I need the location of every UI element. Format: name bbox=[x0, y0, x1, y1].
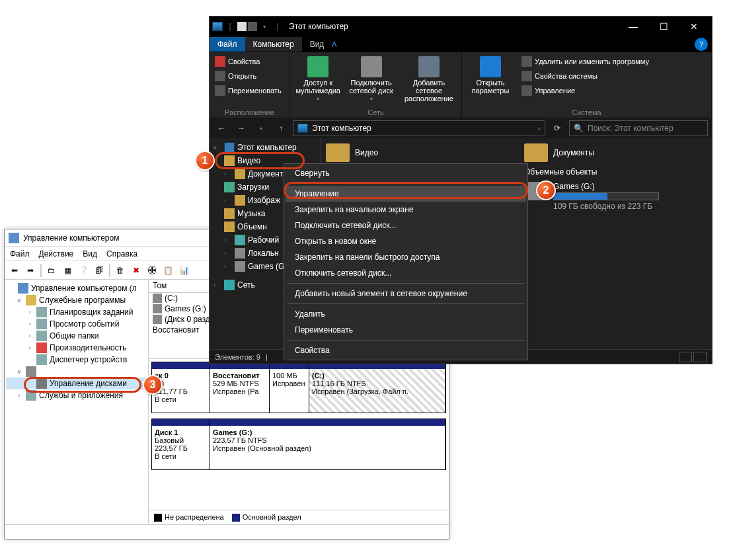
mmc-menu-file[interactable]: Файл bbox=[10, 249, 30, 259]
partition[interactable]: Games (G:)223,57 ГБ NTFSИсправен (Основн… bbox=[210, 419, 445, 469]
monitor-icon bbox=[212, 22, 223, 31]
nav-history[interactable]: ▾ bbox=[253, 120, 269, 136]
tool-fwd[interactable]: ➡ bbox=[23, 263, 38, 278]
tab-file[interactable]: Файл bbox=[210, 37, 245, 52]
view-tiles-button[interactable] bbox=[693, 352, 707, 362]
disk-row-1: Диск 1 Базовый 223,57 ГБ В сети Games (G… bbox=[151, 419, 446, 470]
breadcrumb[interactable]: Этот компьютер bbox=[312, 124, 371, 133]
tab-computer[interactable]: Компьютер bbox=[245, 37, 302, 52]
mmc-menu-action[interactable]: Действие bbox=[39, 249, 74, 259]
folder-video[interactable]: Видео bbox=[326, 143, 508, 162]
disk-label-1[interactable]: Диск 1 Базовый 223,57 ГБ В сети bbox=[152, 419, 210, 469]
ctx-pin-start[interactable]: Закрепить на начальном экране bbox=[286, 202, 526, 218]
ctx-add-network[interactable]: Добавить новый элемент в сетевое окружен… bbox=[286, 286, 526, 301]
ribbon: Свойства Открыть Переименовать Расположе… bbox=[210, 52, 712, 118]
tree-root[interactable]: Управление компьютером (л bbox=[31, 284, 137, 293]
ctx-delete[interactable]: Удалить bbox=[286, 306, 526, 322]
search-icon: 🔍 bbox=[574, 124, 584, 133]
tree-perf[interactable]: Производительность bbox=[50, 343, 126, 352]
ribbon-sysprops[interactable]: Свойства системы bbox=[519, 69, 652, 83]
ribbon-media-access[interactable]: Доступ к мультимедиа▾ bbox=[293, 55, 343, 103]
close-button[interactable]: ✕ bbox=[679, 17, 709, 36]
mmc-menu-view[interactable]: Вид bbox=[83, 249, 97, 259]
tool-sep bbox=[40, 264, 42, 277]
tree-devmgr[interactable]: Диспетчер устройств bbox=[50, 355, 127, 364]
mmc-statusbar bbox=[5, 524, 449, 539]
search-box[interactable]: 🔍 Поиск: Этот компьютер bbox=[569, 120, 708, 136]
ctx-properties[interactable]: Свойства bbox=[286, 342, 526, 358]
tool-a[interactable]: 🗀 bbox=[44, 263, 59, 278]
minimize-button[interactable]: — bbox=[618, 17, 648, 36]
tree-this-pc[interactable]: vЭтот компьютер bbox=[210, 141, 320, 154]
nav-up[interactable]: ↑ bbox=[273, 120, 289, 136]
folder-documents[interactable]: Документы bbox=[524, 143, 707, 162]
ctx-map-drive[interactable]: Подключить сетевой диск... bbox=[286, 218, 526, 233]
mmc-menu-help[interactable]: Справка bbox=[106, 249, 137, 259]
tool-sep bbox=[109, 264, 110, 277]
qat-icon[interactable] bbox=[248, 22, 257, 31]
window-title: Этот компьютер bbox=[289, 22, 348, 31]
ribbon-map-drive[interactable]: Подключить сетевой диск▾ bbox=[346, 55, 396, 103]
ribbon-rename[interactable]: Переименовать bbox=[212, 84, 284, 97]
refresh-button[interactable]: ⟳ bbox=[549, 120, 565, 136]
mmc-title-text: Управление компьютером bbox=[23, 233, 119, 243]
ribbon-group-location: Расположение bbox=[210, 107, 289, 118]
ribbon-manage[interactable]: Управление bbox=[519, 84, 652, 97]
ribbon-open[interactable]: Открыть bbox=[212, 69, 284, 83]
tab-view[interactable]: Вид bbox=[302, 37, 332, 52]
tool-c[interactable]: ❔ bbox=[76, 263, 91, 278]
mmc-tree[interactable]: Управление компьютером (л vСлужебные про… bbox=[5, 280, 149, 524]
ribbon-uninstall[interactable]: Удалить или изменить программу bbox=[519, 55, 652, 68]
collapse-ribbon-icon[interactable]: ᐱ bbox=[332, 40, 337, 49]
tool-b[interactable]: ▦ bbox=[60, 263, 75, 278]
maximize-button[interactable]: ☐ bbox=[648, 17, 679, 36]
tool-e[interactable]: 🗑 bbox=[113, 263, 128, 278]
tool-h[interactable]: 📋 bbox=[161, 263, 175, 278]
qat-icon[interactable] bbox=[237, 22, 247, 31]
partition[interactable]: 100 МБИсправен bbox=[270, 362, 309, 413]
nav-back[interactable]: ← bbox=[213, 120, 229, 136]
view-details-button[interactable] bbox=[679, 352, 692, 362]
tool-g[interactable]: 🕀 bbox=[145, 263, 159, 278]
status-sep: | bbox=[266, 353, 268, 361]
navbar: ← → ▾ ↑ Этот компьютер v ⟳ 🔍 Поиск: Этот… bbox=[210, 118, 712, 138]
tool-d[interactable]: 🗐 bbox=[92, 263, 106, 278]
partition[interactable]: Восстановит529 МБ NTFSИсправен (Ра bbox=[210, 362, 270, 413]
context-menu: Свернуть Управление Закрепить на начальн… bbox=[284, 163, 528, 360]
qat-dropdown-icon[interactable]: ▾ bbox=[258, 20, 270, 32]
tree-scheduler[interactable]: Планировщик заданий bbox=[50, 307, 133, 317]
tool-f[interactable]: ✖ bbox=[129, 263, 143, 278]
ribbon-properties[interactable]: Свойства bbox=[212, 55, 284, 68]
tree-shared[interactable]: Общие папки bbox=[50, 331, 98, 340]
tree-services[interactable]: Службы и приложения bbox=[39, 391, 123, 400]
ribbon-add-network[interactable]: Добавить сетевое расположение bbox=[399, 55, 459, 104]
status-count: Элементов: 9 bbox=[215, 353, 260, 361]
annotation-badge-2: 2 bbox=[536, 180, 556, 200]
ribbon-open-settings[interactable]: Открыть параметры bbox=[465, 55, 516, 96]
drive-usage-bar bbox=[553, 192, 659, 200]
disk-row-0: ск 0 ый 111,77 ГБ В сети Восстановит529 … bbox=[151, 362, 446, 413]
explorer-titlebar[interactable]: | ▾ | Этот компьютер — ☐ ✕ bbox=[210, 17, 712, 36]
ribbon-group-network: Сеть bbox=[290, 107, 461, 118]
ctx-collapse[interactable]: Свернуть bbox=[286, 165, 526, 181]
ctx-manage[interactable]: Управление bbox=[286, 186, 526, 202]
drive-free-text: 109 ГБ свободно из 223 ГБ bbox=[553, 202, 659, 211]
nav-forward[interactable]: → bbox=[233, 120, 249, 136]
ribbon-tabs: Файл Компьютер Вид ᐱ ? bbox=[210, 36, 712, 52]
folder-3d[interactable]: Объемные объекты bbox=[524, 167, 707, 177]
ctx-disconnect-drive[interactable]: Отключить сетевой диск... bbox=[286, 265, 526, 281]
ctx-new-window[interactable]: Открыть в новом окне bbox=[286, 233, 526, 249]
tree-system-tools[interactable]: Служебные программы bbox=[39, 296, 126, 305]
tool-i[interactable]: 📊 bbox=[176, 263, 191, 278]
tree-events[interactable]: Просмотр событий bbox=[50, 319, 119, 329]
ctx-pin-quick[interactable]: Закрепить на панели быстрого доступа bbox=[286, 249, 526, 265]
tree-disk-mgmt[interactable]: Управление дисками bbox=[50, 379, 127, 388]
address-bar[interactable]: Этот компьютер v bbox=[293, 120, 545, 136]
ctx-rename[interactable]: Переименовать bbox=[286, 322, 526, 338]
tool-back[interactable]: ⬅ bbox=[7, 263, 22, 278]
addr-dropdown-icon[interactable]: v bbox=[538, 126, 541, 132]
partition[interactable]: (C:)111,16 ГБ NTFSИсправен (Загрузка, Фа… bbox=[309, 362, 445, 413]
disk-layout[interactable]: ск 0 ый 111,77 ГБ В сети Восстановит529 … bbox=[149, 359, 449, 510]
monitor-icon bbox=[297, 124, 308, 133]
help-icon[interactable]: ? bbox=[695, 38, 708, 51]
